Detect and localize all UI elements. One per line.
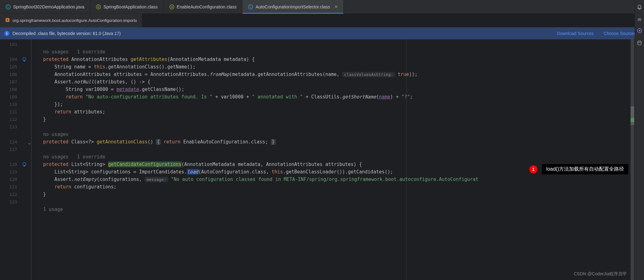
editor-area: 103 104 105 106 107 108 109 110 111 112 … (0, 39, 644, 280)
tab-springboot-demo[interactable]: C SpringBoot302DemoApplication.java (0, 0, 90, 13)
gutter-line: 107 (0, 78, 31, 86)
gutter-line (0, 131, 31, 138)
usages-hint: no usages (43, 154, 68, 160)
override-down-icon[interactable] (22, 162, 27, 167)
notifications-icon[interactable] (637, 4, 642, 11)
tab-label: SpringBoot302DemoApplication.java (13, 4, 84, 9)
code-line: } (31, 116, 644, 123)
usages-hint: no usages (43, 132, 68, 137)
tab-label: AutoConfigurationImportSelector.class (256, 4, 330, 9)
right-tool-strip: m (635, 0, 644, 280)
gutter-line: 121 (0, 183, 31, 191)
scrollbar-marker (631, 118, 634, 122)
override-hint: 1 override (77, 49, 105, 55)
code-line (31, 123, 644, 131)
code-line (31, 198, 644, 206)
gutter-line: 105 (0, 63, 31, 71)
annotation-icon: @ (96, 4, 101, 9)
inlay-hint-line: no usages 1 override (31, 48, 644, 56)
code-line: AnnotationAttributes attributes = Annota… (31, 71, 644, 78)
code-line: return attributes; (31, 108, 644, 116)
gutter-line (0, 206, 31, 213)
watermark: CSDN @CoderJia程序员甲 (574, 271, 627, 277)
code-line (31, 146, 644, 153)
tab-label: EnableAutoConfiguration.class (177, 4, 237, 9)
usages-hint: 1 usage (43, 207, 63, 212)
gutter-line (0, 48, 31, 56)
gutter-line: 110 (0, 101, 31, 108)
svg-text:C: C (250, 5, 252, 8)
gutter-line: 113 (0, 123, 31, 131)
tab-autoconfigimportselector[interactable]: C AutoConfigurationImportSelector.class (242, 0, 344, 13)
inlay-hint-line: no usages 1 override (31, 153, 644, 161)
secondary-tabs-row: org.springframework.boot.autoconfigure.A… (0, 14, 644, 28)
svg-text:C: C (7, 5, 9, 8)
code-line: protected AnnotationAttributes getAttrib… (31, 56, 644, 63)
usages-hint: no usages (43, 49, 68, 55)
tab-label: SpringBootApplication.class (103, 4, 158, 9)
tab-autoconfig-imports[interactable]: org.springframework.boot.autoconfigure.A… (0, 14, 142, 27)
info-bar-text: Decompiled .class file, bytecode version… (12, 31, 121, 36)
choose-sources-link[interactable]: Choose Sources... (604, 31, 640, 36)
scrollbar-thumb[interactable] (631, 106, 634, 125)
code-line: }); (31, 101, 644, 108)
gutter-line: 108 (0, 86, 31, 93)
callout-text: load()方法加载所有自动配置全路径 (542, 164, 628, 174)
svg-point-16 (638, 41, 641, 42)
gutter-line: 106 (0, 71, 31, 78)
class-icon: C (248, 4, 253, 9)
close-icon[interactable] (334, 4, 338, 9)
secondary-tab-label: org.springframework.boot.autoconfigure.A… (12, 18, 137, 23)
gutter-line: 120 (0, 176, 31, 183)
callout-annotation: 1 load()方法加载所有自动配置全路径 (529, 164, 628, 174)
override-down-icon[interactable] (22, 57, 27, 62)
ai-assistant-icon[interactable] (637, 28, 642, 35)
code-line: } (31, 191, 644, 198)
code-line: protected Class<?> getAnnotationClass() … (31, 138, 644, 146)
tab-enableautoconfig[interactable]: @ EnableAutoConfiguration.class (164, 0, 242, 13)
download-sources-link[interactable]: Download Sources (557, 31, 594, 36)
decompiled-info-bar: i Decompiled .class file, bytecode versi… (0, 28, 644, 39)
gutter-line: 117 (0, 146, 31, 153)
inlay-hint: message: (145, 177, 168, 182)
code-line: Assert.notNull(attributes, () -> { (31, 78, 644, 86)
code-line: Assert.notEmpty(configurations, message:… (31, 176, 644, 183)
fold-expand-icon[interactable] (27, 140, 31, 144)
code-line (31, 41, 644, 48)
gutter-line: 104 (0, 56, 31, 63)
editor-tabs-row: C SpringBoot302DemoApplication.java @ Sp… (0, 0, 644, 14)
gutter-line: 119 (0, 168, 31, 176)
inlay-hint-line: 1 usage (31, 206, 644, 213)
code-line: return configurations; (31, 183, 644, 191)
gutter-line: 103 (0, 41, 31, 48)
fold-placeholder[interactable]: } (271, 139, 276, 145)
gutter: 103 104 105 106 107 108 109 110 111 112 … (0, 39, 31, 280)
tab-springbootapplication[interactable]: @ SpringBootApplication.class (90, 0, 164, 13)
gutter-line: 118 (0, 161, 31, 168)
tabs-spacer (344, 0, 630, 13)
gutter-line: 111 (0, 108, 31, 116)
gutter-line (0, 153, 31, 161)
scrollbar-track[interactable] (631, 39, 634, 280)
svg-text:@: @ (170, 5, 173, 8)
annotation-icon: @ (169, 4, 174, 9)
fold-placeholder[interactable]: { (156, 139, 161, 145)
gutter-line: 114 (0, 138, 31, 146)
info-icon: i (4, 31, 9, 36)
gutter-line: 112 (0, 116, 31, 123)
override-hint: 1 override (77, 154, 105, 160)
code-viewport[interactable]: no usages 1 override protected Annotatio… (31, 39, 644, 280)
tool-m-icon[interactable]: m (638, 17, 642, 22)
gutter-line: 122 (0, 191, 31, 198)
code-line: return "No auto-configuration attributes… (31, 93, 644, 101)
gutter-line: 109 (0, 93, 31, 101)
code-line: String name = this.getAnnotationClass().… (31, 63, 644, 71)
svg-text:@: @ (97, 5, 100, 8)
svg-point-15 (639, 30, 640, 32)
class-icon: C (6, 4, 11, 9)
callout-number-badge: 1 (529, 165, 537, 173)
imports-icon (5, 18, 10, 23)
code-line: String var10000 = metadata.getClassName(… (31, 86, 644, 93)
database-icon[interactable] (637, 40, 642, 47)
inlay-hint-line: no usages (31, 131, 644, 138)
